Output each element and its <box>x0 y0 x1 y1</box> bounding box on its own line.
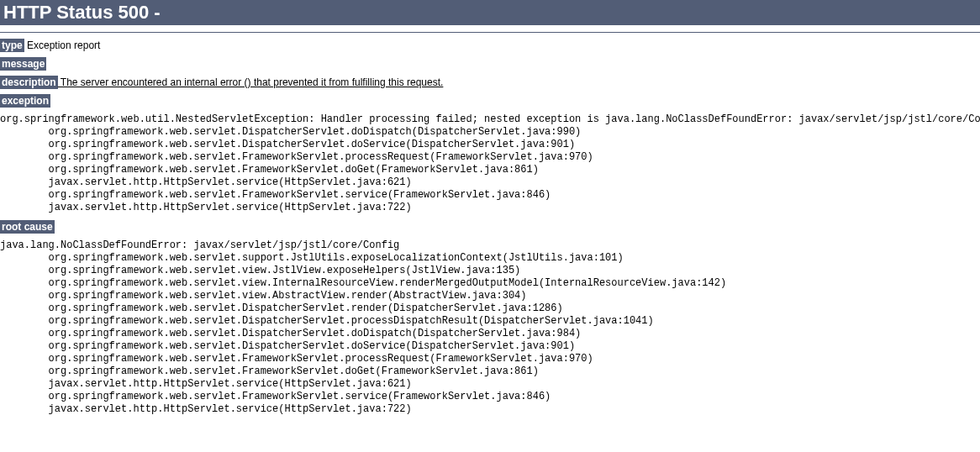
page-title: HTTP Status 500 - <box>0 0 980 25</box>
message-line: message <box>0 58 980 70</box>
type-line: type Exception report <box>0 39 980 51</box>
root-cause-label: root cause <box>0 220 55 234</box>
exception-trace: org.springframework.web.util.NestedServl… <box>0 113 980 214</box>
type-value: Exception report <box>24 39 101 51</box>
exception-heading: exception <box>0 95 980 107</box>
description-value: The server encountered an internal error… <box>58 76 444 88</box>
message-label: message <box>0 57 46 71</box>
description-label: description <box>0 76 58 89</box>
root-cause-heading: root cause <box>0 221 980 233</box>
root-cause-trace: java.lang.NoClassDefFoundError: javax/se… <box>0 239 980 416</box>
description-line: description The server encountered an in… <box>0 76 980 88</box>
type-label: type <box>0 39 24 52</box>
divider-top <box>0 32 980 33</box>
exception-label: exception <box>0 94 50 108</box>
